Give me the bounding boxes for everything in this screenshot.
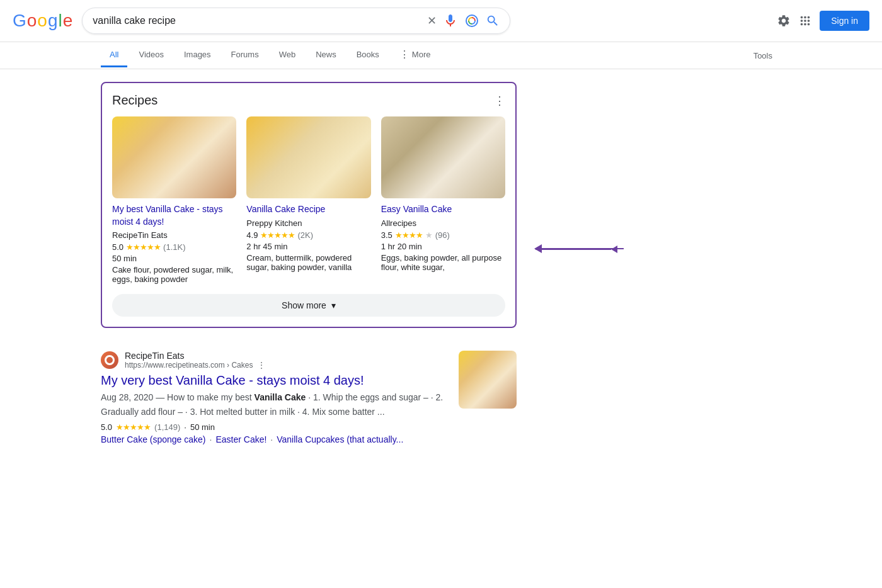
grid-icon [798,14,812,28]
recipe-ingredients-2: Cream, buttermilk, powdered sugar, bakin… [246,253,370,272]
result-options-button[interactable]: ⋮ [258,361,265,370]
result-count: (1,149) [154,422,180,432]
search-bar: ✕ [82,8,510,34]
recipe-source-3: Allrecipes [381,218,505,228]
sign-in-button[interactable]: Sign in [820,11,869,31]
clear-icon: ✕ [427,14,437,28]
result-snippet-1: Aug 28, 2020 — How to make my best Vanil… [101,390,449,419]
recipes-menu-button[interactable]: ⋮ [494,94,505,108]
result-source-row: RecipeTin Eats https://www.recipetineats… [101,351,449,370]
recipes-grid: My best Vanilla Cake - stays moist 4 day… [112,116,505,284]
microphone-icon [443,13,458,28]
gear-icon [777,14,791,28]
result-rating-value: 5.0 [101,422,112,432]
cake-image-1 [112,116,236,198]
result-sitelinks: Butter Cake (sponge cake) · Easter Cake!… [101,434,449,444]
tab-more[interactable]: ⋮ More [391,42,440,69]
search-input[interactable] [93,15,421,26]
lens-button[interactable] [464,13,479,28]
arrow-head-left [534,244,542,253]
recipe-rating-value-1: 5.0 [112,242,123,252]
cake-image-3 [381,116,505,198]
recipe-rating-3: 3.5 ★★★★★ (96) [381,230,505,240]
result-thumbnail-1 [459,351,517,409]
recipe-image-1 [112,116,236,198]
recipe-rating-2: 4.9 ★★★★★ (2K) [246,230,370,240]
cake-image-2 [246,116,370,198]
voice-search-button[interactable] [443,13,458,28]
result-meta-1: 5.0 ★★★★★ (1,149) · 50 min [101,422,449,432]
result-title-1[interactable]: My very best Vanilla Cake - stays moist … [101,373,449,388]
result-domain-info: RecipeTin Eats https://www.recipetineats… [125,351,265,370]
recipe-source-2: Preppy Kitchen [246,218,370,228]
recipes-title: Recipes [112,93,158,108]
result-content-1: RecipeTin Eats https://www.recipetineats… [101,351,449,444]
recipe-stars-2: ★★★★★ [260,230,295,240]
tools-tab[interactable]: Tools [745,45,781,67]
recipe-time-3: 1 hr 20 min [381,242,505,251]
lens-icon [464,13,479,28]
recipe-time-1: 50 min [112,254,236,263]
result-url: https://www.recipetineats.com › Cakes ⋮ [125,361,265,370]
search-icon [486,14,500,28]
arrow-body [542,248,624,250]
tab-all[interactable]: All [101,43,127,67]
recipe-count-2: (2K) [297,230,313,240]
recipe-count-1: (1.1K) [163,242,185,252]
recipe-source-1: RecipeTin Eats [112,230,236,240]
google-logo[interactable]: Google [13,11,72,31]
site-favicon [101,351,118,369]
organic-result-1: RecipeTin Eats https://www.recipetineats… [101,341,517,455]
show-more-button[interactable]: Show more ▾ [112,294,505,317]
svg-point-0 [466,15,478,26]
search-icons: ✕ [427,13,500,28]
more-dots-icon: ⋮ [399,48,410,60]
recipe-rating-value-3: 3.5 [381,230,392,240]
tab-web[interactable]: Web [270,43,305,67]
nav-tabs: All Videos Images Forums Web News Books … [0,42,882,69]
result-row-1: RecipeTin Eats https://www.recipetineats… [101,351,517,444]
tab-videos[interactable]: Videos [130,43,173,67]
recipe-star-empty-3: ★ [425,230,433,240]
tab-books[interactable]: Books [348,43,388,67]
clear-button[interactable]: ✕ [427,14,437,28]
favicon-inner [105,355,115,365]
apps-button[interactable] [798,14,812,28]
search-button[interactable] [486,14,500,28]
recipes-card: Recipes ⋮ My best Vanilla Cake - stays m… [101,82,517,328]
recipe-time-2: 2 hr 45 min [246,242,370,251]
recipe-title-1[interactable]: My best Vanilla Cake - stays moist 4 day… [112,204,223,227]
sitelink-2[interactable]: Easter Cake! [215,434,266,444]
header-right: Sign in [777,11,869,31]
recipe-card-3[interactable]: Easy Vanilla Cake Allrecipes 3.5 ★★★★★ (… [381,116,505,284]
results-column: Recipes ⋮ My best Vanilla Cake - stays m… [101,82,517,455]
tab-forums[interactable]: Forums [222,43,268,67]
recipe-image-2 [246,116,370,198]
result-domain: RecipeTin Eats [125,351,265,361]
result-time: 50 min [190,422,215,432]
recipe-rating-1: 5.0 ★★★★★ (1.1K) [112,242,236,252]
sitelink-3[interactable]: Vanilla Cupcakes (that actually... [277,434,403,444]
recipe-image-3 [381,116,505,198]
recipe-title-3[interactable]: Easy Vanilla Cake [381,204,452,214]
chevron-down-icon: ▾ [331,300,336,310]
tab-news[interactable]: News [307,43,345,67]
settings-button[interactable] [777,14,791,28]
tab-images[interactable]: Images [175,43,220,67]
arrow-left-annotation [534,244,624,253]
recipe-stars-1: ★★★★★ [126,242,161,252]
sitelink-1[interactable]: Butter Cake (sponge cake) [101,434,206,444]
recipe-title-2[interactable]: Vanilla Cake Recipe [246,204,325,214]
recipe-rating-value-2: 4.9 [246,230,258,240]
recipe-card-2[interactable]: Vanilla Cake Recipe Preppy Kitchen 4.9 ★… [246,116,370,284]
recipe-ingredients-3: Eggs, baking powder, all purpose flour, … [381,253,505,272]
result-stars: ★★★★★ [116,422,151,432]
header: Google ✕ [0,0,882,42]
recipe-card-1[interactable]: My best Vanilla Cake - stays moist 4 day… [112,116,236,284]
recipes-header: Recipes ⋮ [112,93,505,108]
recipe-stars-3: ★★★★ [395,230,423,240]
recipe-count-3: (96) [435,230,450,240]
main-content: Recipes ⋮ My best Vanilla Cake - stays m… [0,69,882,467]
recipe-ingredients-1: Cake flour, powdered sugar, milk, eggs, … [112,265,236,284]
